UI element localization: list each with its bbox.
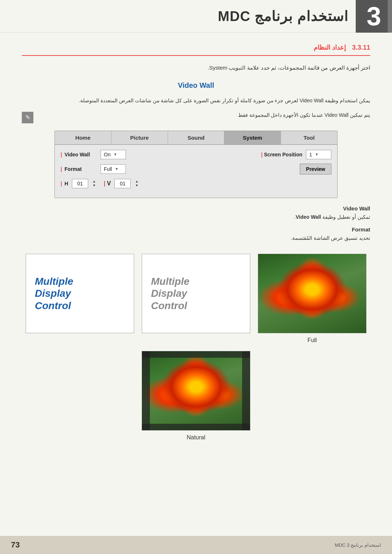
v-label: | V bbox=[104, 180, 111, 187]
format-select[interactable]: Full ▼ bbox=[101, 164, 126, 174]
mdc-logo-gray-text: MultipleDisplayControl bbox=[151, 275, 189, 312]
image-item-mdc-gray: MultipleDisplayControl bbox=[142, 254, 250, 344]
note-icon: ✎ bbox=[22, 112, 33, 123]
screen-position-select[interactable]: 1 ▼ bbox=[306, 150, 331, 159]
ui-row-videowall: | Video Wall On ▼ | Screen Position 1 ▼ bbox=[61, 150, 331, 159]
ui-panel-body: | Video Wall On ▼ | Screen Position 1 ▼ … bbox=[55, 145, 337, 198]
note-text: يتم تمكين Video Wall عندما تكون الأجهزة … bbox=[37, 111, 370, 120]
image-mdc-gray: MultipleDisplayControl bbox=[142, 254, 250, 333]
letterbox-right bbox=[242, 351, 250, 430]
preview-button[interactable]: Preview bbox=[300, 164, 331, 175]
tab-sound[interactable]: Sound bbox=[168, 131, 225, 144]
desc-videowall-body: تمكين أو تعطيل وظيفة Video Wall. bbox=[22, 213, 370, 222]
videowall-label: | Video Wall bbox=[61, 152, 97, 157]
h-label: | H bbox=[61, 181, 68, 186]
screen-position-label: | Screen Position bbox=[261, 152, 302, 157]
desc-format-title: Format bbox=[22, 226, 370, 233]
letterbox-left bbox=[142, 351, 150, 430]
image-item-natural: Natural bbox=[142, 351, 250, 441]
flower-full-bg bbox=[258, 254, 366, 333]
desc-format-body: تحديد تنسيق عرض الشاشة المُقتسمة. bbox=[22, 234, 370, 243]
image-flower-natural bbox=[142, 351, 250, 431]
tab-picture[interactable]: Picture bbox=[111, 131, 168, 144]
subsection-description: يمكن استخدام وظيفة Video Wall لعرض جزء م… bbox=[22, 96, 370, 105]
page-header: استخدام برنامج MDC 3 bbox=[0, 0, 392, 33]
section-heading: 3.3.11 إعداد النظام bbox=[22, 44, 370, 56]
ui-tabs: Home Picture Sound System Tool bbox=[55, 131, 337, 145]
h-value: 01 bbox=[72, 179, 88, 188]
note-box: يتم تمكين Video Wall عندما تكون الأجهزة … bbox=[22, 111, 370, 123]
image-item-mdc-blue: MultipleDisplayControl bbox=[25, 254, 134, 344]
videowall-value: On bbox=[104, 152, 111, 157]
ui-row-format: | Format Full ▼ Preview bbox=[61, 164, 331, 175]
v-value: 01 bbox=[114, 179, 131, 188]
flower-natural-bg bbox=[142, 351, 250, 430]
images-grid: MultipleDisplayControl MultipleDisplayCo… bbox=[22, 254, 370, 441]
header-title-area: استخدام برنامج MDC bbox=[211, 0, 356, 32]
desc-format: Format تحديد تنسيق عرض الشاشة المُقتسمة. bbox=[22, 226, 370, 243]
format-label: | Format bbox=[61, 166, 97, 172]
tab-home[interactable]: Home bbox=[55, 131, 111, 144]
chapter-number: 3 bbox=[367, 1, 381, 31]
videowall-select[interactable]: On ▼ bbox=[101, 150, 126, 159]
letterbox-bottom bbox=[142, 424, 250, 430]
footer-page-number: 73 bbox=[11, 540, 20, 550]
image-natural-caption: Natural bbox=[187, 434, 205, 441]
image-mdc-blue: MultipleDisplayControl bbox=[25, 254, 134, 333]
desc-videowall: Video Wall تمكين أو تعطيل وظيفة Video Wa… bbox=[22, 205, 370, 222]
page-footer: 73 استخدام برنامج MDC 3 bbox=[0, 536, 392, 554]
tab-system[interactable]: System bbox=[224, 131, 281, 144]
format-value: Full bbox=[104, 166, 112, 172]
section-number: 3.3.11 bbox=[352, 44, 370, 51]
main-content: 3.3.11 إعداد النظام اختر أجهزة العرض من … bbox=[0, 33, 392, 473]
format-arrow: ▼ bbox=[115, 167, 119, 171]
ui-row-hv: | H 01 ▲ ▼ | V 01 ▲ ▼ bbox=[61, 179, 331, 188]
letterbox-top bbox=[142, 351, 250, 358]
desc-videowall-title: Video Wall bbox=[22, 205, 370, 212]
image-item-full: Full bbox=[258, 254, 367, 344]
image-full-caption: Full bbox=[307, 337, 317, 344]
screen-position-value: 1 bbox=[309, 152, 312, 157]
image-flower-full bbox=[258, 254, 367, 333]
intro-text: اختر أجهزة العرض من قائمة المجموعات، ثم … bbox=[22, 63, 370, 73]
tab-tool[interactable]: Tool bbox=[281, 131, 337, 144]
h-stepper[interactable]: ▲ ▼ bbox=[93, 180, 96, 188]
header-title: استخدام برنامج MDC bbox=[218, 8, 348, 24]
subsection-title: Video Wall bbox=[22, 81, 370, 90]
v-stepper[interactable]: ▲ ▼ bbox=[135, 180, 138, 188]
mdc-logo-blue-text: MultipleDisplayControl bbox=[35, 275, 73, 312]
screen-position-arrow: ▼ bbox=[315, 152, 319, 156]
ui-panel: Home Picture Sound System Tool | Video W… bbox=[54, 131, 338, 198]
videowall-arrow: ▼ bbox=[114, 152, 117, 156]
section-title: إعداد النظام bbox=[314, 44, 346, 51]
footer-chapter-label: استخدام برنامج MDC 3 bbox=[335, 542, 381, 548]
chapter-number-box: 3 bbox=[356, 0, 392, 33]
